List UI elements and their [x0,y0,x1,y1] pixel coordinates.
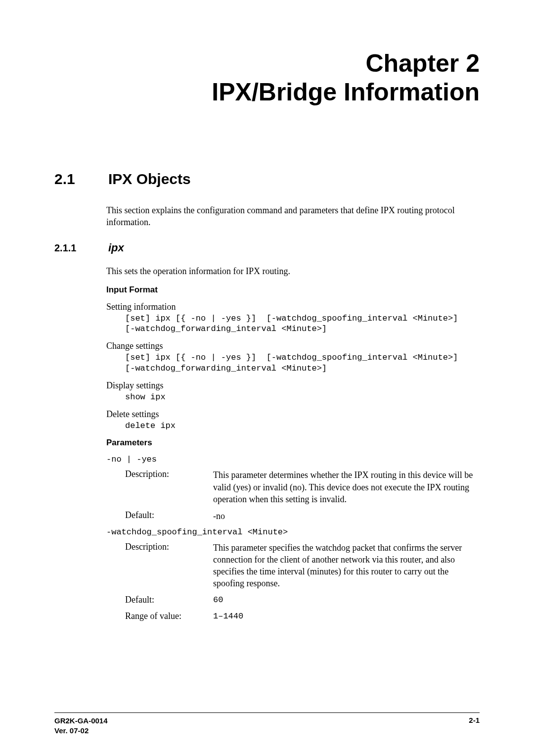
parameter-value: 60 [213,595,480,606]
page-footer: GR2K-GA-0014 Ver. 07-02 2-1 [54,712,480,735]
section-title: IPX Objects [108,171,191,188]
input-format-block: Delete settings delete ipx [106,409,480,431]
input-format-block: Setting information [set] ipx [{ -no | -… [106,302,480,334]
parameter-value: -no [213,510,480,522]
parameter-flag: -no | -yes [106,455,480,464]
chapter-line2: IPX/Bridge Information [54,78,480,107]
footer-version: Ver. 07-02 [54,726,108,736]
section-header: 2.1 IPX Objects [54,171,480,188]
subsection-intro: This sets the operation information for … [106,265,480,277]
section-number: 2.1 [54,171,106,188]
footer-doc-id: GR2K-GA-0014 [54,716,108,726]
setting-label: Delete settings [106,409,480,420]
subsection-number: 2.1.1 [54,242,106,254]
code-block: [set] ipx [{ -no | -yes }] [-watchdog_sp… [125,352,480,374]
parameter-item: -watchdog_spoofing_interval <Minute> Des… [106,527,480,622]
parameter-flag: -watchdog_spoofing_interval <Minute> [106,527,480,537]
parameter-row: Default: -no [125,510,480,522]
parameter-key: Range of value: [125,611,213,622]
footer-page-number: 2-1 [469,716,480,735]
code-block: show ipx [125,392,480,402]
code-block: delete ipx [125,421,480,431]
parameter-key: Default: [125,510,213,522]
footer-left: GR2K-GA-0014 Ver. 07-02 [54,716,108,735]
parameter-row: Range of value: 1–1440 [125,611,480,622]
setting-label: Display settings [106,380,480,391]
section-intro: This section explains the configuration … [106,204,480,229]
parameters-heading: Parameters [106,438,480,448]
parameter-row: Description: This parameter specifies th… [125,542,480,590]
setting-label: Setting information [106,302,480,312]
parameter-item: -no | -yes Description: This parameter d… [106,455,480,522]
parameter-row: Default: 60 [125,595,480,606]
parameter-value: This parameter specifies the watchdog pa… [213,542,480,590]
parameter-key: Description: [125,542,213,590]
subsection-title: ipx [108,241,124,254]
parameter-value: This parameter determines whether the IP… [213,469,480,505]
subsection-header: 2.1.1 ipx [54,241,480,254]
input-format-block: Change settings [set] ipx [{ -no | -yes … [106,341,480,374]
parameter-key: Description: [125,469,213,505]
input-format-block: Display settings show ipx [106,380,480,402]
setting-label: Change settings [106,341,480,351]
chapter-line1: Chapter 2 [54,49,480,78]
parameter-row: Description: This parameter determines w… [125,469,480,505]
parameter-value: 1–1440 [213,611,480,622]
code-block: [set] ipx [{ -no | -yes }] [-watchdog_sp… [125,313,480,334]
parameter-key: Default: [125,595,213,606]
chapter-title: Chapter 2 IPX/Bridge Information [54,49,480,106]
input-format-heading: Input Format [106,285,480,295]
